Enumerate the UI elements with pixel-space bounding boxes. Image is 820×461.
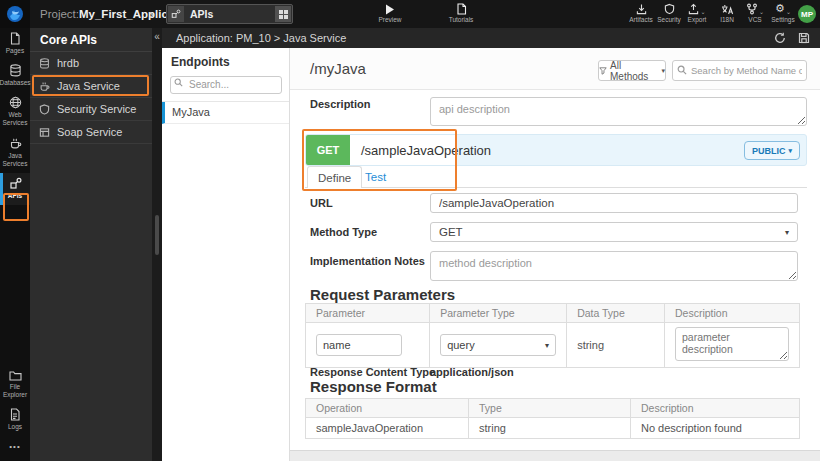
url-input[interactable] [430,193,798,213]
operation-tabs: Define Test [305,166,807,188]
export-label: Export [688,16,707,23]
endpoints-search-input[interactable] [170,76,282,94]
tab-define[interactable]: Define [307,166,362,188]
collapse-panel-icon[interactable]: « [152,31,162,42]
vcs-branch-icon: ⌄ [746,2,764,15]
coffee-icon [39,81,52,92]
folder-icon [9,370,22,381]
rail-label: Web Services [0,111,30,127]
caret-down-icon: ▾ [785,228,789,237]
all-methods-label: All Methods [610,60,658,82]
all-methods-dropdown[interactable]: All Methods ▾ [598,60,666,81]
response-content-type-value: application/json [430,366,514,378]
globe-icon [9,96,22,109]
artifacts-download-icon [636,2,647,15]
rail-label: APIs [8,192,22,200]
rail-label: Pages [6,47,24,55]
sidebar-item-databases[interactable]: Databases [0,60,30,92]
method-search-input[interactable] [672,60,807,81]
play-icon [385,2,395,15]
sidebar-item-pages[interactable]: Pages [0,28,30,60]
endpoint-item-myjava[interactable]: MyJava [162,102,289,124]
type-cell: string [469,418,631,439]
tutorials-icon [456,2,467,15]
api-path-title: /myJava [310,60,366,77]
sidebar-item-java-services[interactable]: Java Services [0,133,30,173]
coffee-icon [9,137,22,150]
search-icon [677,65,687,75]
core-api-item-soap-service[interactable]: Soap Service [30,121,152,144]
panel-gutter: « [152,28,162,461]
operation-cell: sampleJavaOperation [306,418,469,439]
column-header: Parameter [306,304,430,323]
artifacts-label: Artifacts [629,16,652,23]
user-avatar[interactable]: MP [798,5,816,23]
column-header: Type [469,399,631,418]
response-format-table: Operation Type Description sampleJavaOpe… [305,398,800,439]
logs-icon [9,408,21,421]
core-api-item-security-service[interactable]: Security Service [30,98,152,121]
filter-icon [599,67,607,75]
parameter-type-select[interactable]: query ▾ [440,334,556,356]
caret-down-icon: ▾ [788,147,792,155]
soap-icon [39,127,52,138]
endpoints-panel: Endpoints MyJava [162,48,290,461]
core-api-label: Java Service [57,80,120,92]
gear-icon: ⚙⌄ [775,2,791,15]
scrollbar-thumb[interactable] [155,215,159,255]
settings-button[interactable]: ⚙⌄ Settings [766,2,800,23]
wavemaker-logo[interactable] [0,0,30,28]
preview-button[interactable]: Preview [373,2,407,23]
export-button[interactable]: ⌄ Export [680,2,714,23]
column-header: Parameter Type [430,304,567,323]
visibility-public-button[interactable]: PUBLIC ▾ [744,141,800,160]
column-header: Data Type [567,304,665,323]
grid-icon[interactable] [275,6,291,22]
caret-down-icon: ⌄ [759,8,764,15]
i18n-label: I18N [720,16,734,23]
implementation-notes-textarea[interactable] [430,251,798,281]
table-row: query ▾ string [306,323,800,368]
response-content-type-label: Response Content Type [310,366,435,378]
i18n-translate-icon [721,2,734,15]
save-icon[interactable] [798,32,810,44]
preview-label: Preview [378,16,401,23]
parameter-name-input[interactable] [316,334,402,356]
request-parameters-title: Request Parameters [310,286,455,303]
method-type-value: GET [439,226,463,238]
column-header: Operation [306,399,469,418]
operation-path: /sampleJavaOperation [350,135,456,165]
api-description-textarea[interactable] [430,97,807,126]
endpoints-title: Endpoints [162,48,289,74]
parameter-description-textarea[interactable] [675,327,789,361]
core-api-item-hrdb[interactable]: hrdb [30,52,152,75]
caret-down-icon: ▾ [545,341,549,350]
visibility-label: PUBLIC [752,146,786,156]
refresh-icon[interactable] [774,32,786,44]
shield-icon [664,2,675,15]
method-get-badge[interactable]: GET [306,135,350,165]
caret-down-icon: ⌄ [786,8,791,15]
workspace-selector[interactable]: APIs [166,4,293,24]
request-parameters-table: Parameter Parameter Type Data Type Descr… [305,303,800,368]
chevron-right-icon: › [149,4,154,24]
core-apis-panel: Core APIs hrdb Java Service Security Ser… [30,28,152,461]
implementation-notes-label: Implementation Notes [310,255,425,267]
apis-icon [9,177,22,190]
sidebar-item-logs[interactable]: Logs [0,404,30,436]
page-icon [9,32,21,45]
rail-label: File Explorer [0,383,30,399]
settings-label: Settings [771,16,795,23]
tutorials-button[interactable]: Tutorials [444,2,478,23]
sidebar-item-apis[interactable]: APIs [0,173,30,205]
caret-down-icon: ▾ [661,67,665,75]
operation-accordion[interactable]: GET /sampleJavaOperation PUBLIC ▾ [305,134,807,166]
sidebar-item-web-services[interactable]: Web Services [0,92,30,132]
table-row: sampleJavaOperation string No descriptio… [306,418,800,439]
vcs-label: VCS [748,16,761,23]
method-type-select[interactable]: GET ▾ [430,222,798,242]
sidebar-item-file-explorer[interactable]: File Explorer [0,366,30,404]
core-api-item-java-service[interactable]: Java Service [30,75,152,98]
more-options-icon[interactable]: ••• [0,436,30,457]
application-breadcrumb-bar: Application: PM_10 > Java Service [162,28,820,48]
